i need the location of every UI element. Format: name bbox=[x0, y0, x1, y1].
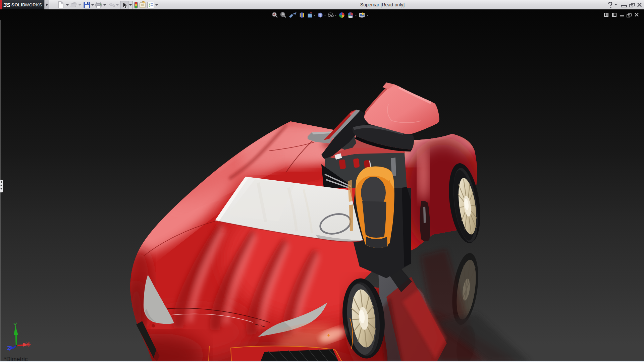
svg-text:S: S bbox=[7, 2, 10, 8]
svg-text:SOLID: SOLID bbox=[11, 2, 25, 7]
svg-text:WORKS: WORKS bbox=[25, 2, 42, 7]
